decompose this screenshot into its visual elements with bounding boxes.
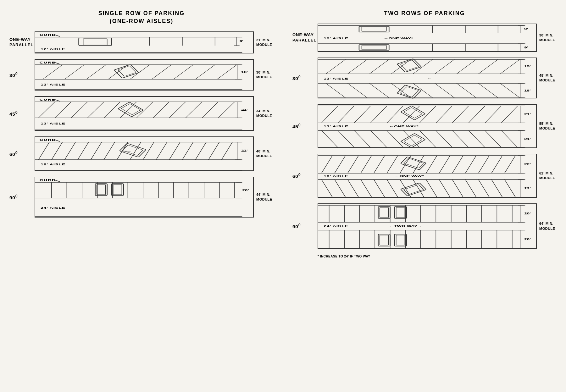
left-label-45: 450 xyxy=(9,110,31,117)
svg-line-230 xyxy=(439,156,450,173)
svg-line-40 xyxy=(38,102,55,118)
svg-line-179 xyxy=(321,106,338,123)
svg-line-76 xyxy=(195,142,206,160)
left-row-parallel: ONE-WAYPARALLEL CURB xyxy=(9,31,274,53)
left-diagram-wrapper-45: CURB xyxy=(35,96,274,131)
left-row-45: 450 CURB xyxy=(9,96,274,131)
svg-line-247 xyxy=(452,179,463,197)
svg-line-41 xyxy=(55,102,71,118)
svg-line-67 xyxy=(78,142,89,160)
right-row-60: 600 xyxy=(292,154,557,198)
right-label-30: 300 xyxy=(292,75,314,82)
svg-line-69 xyxy=(104,142,115,160)
left-row-30: 300 CURB xyxy=(9,59,274,91)
svg-text:22': 22' xyxy=(524,163,531,166)
svg-text:24' AISLE: 24' AISLE xyxy=(324,224,348,228)
svg-line-249 xyxy=(478,179,489,197)
svg-line-187 xyxy=(452,106,469,123)
svg-line-194 xyxy=(354,130,370,147)
svg-text:12' AISLE: 12' AISLE xyxy=(41,83,65,86)
right-row-45: 450 xyxy=(292,104,557,148)
right-diagram-30: 15' 18' 12' AISLE ← xyxy=(318,58,537,98)
svg-line-241 xyxy=(374,179,385,197)
svg-line-225 xyxy=(374,156,385,173)
svg-text:←: ← xyxy=(427,77,432,80)
svg-text:12' AISLE: 12' AISLE xyxy=(41,47,65,51)
svg-text:15': 15' xyxy=(524,65,531,68)
svg-text:13' AISLE: 13' AISLE xyxy=(41,122,65,125)
svg-text:20': 20' xyxy=(524,212,531,215)
svg-line-27 xyxy=(217,65,237,79)
right-diagram-parallel: 9' 9' 12' AISLE ←ONE WAY* xyxy=(318,24,537,52)
svg-line-151 xyxy=(500,59,520,74)
right-label-parallel: ONE-WAYPARALLEL xyxy=(292,32,314,43)
svg-line-50 xyxy=(202,102,218,118)
left-label-parallel: ONE-WAYPARALLEL xyxy=(9,37,31,48)
left-diagram-45: CURB xyxy=(35,96,254,131)
svg-line-199 xyxy=(436,130,452,147)
svg-text:20': 20' xyxy=(242,189,249,192)
svg-line-224 xyxy=(361,156,372,173)
svg-line-78 xyxy=(222,142,233,160)
left-module-30: 30' MIN.MODULE xyxy=(256,70,274,80)
left-module-90: 44' MIN.MODULE xyxy=(256,192,274,202)
svg-line-20 xyxy=(65,65,84,79)
svg-line-232 xyxy=(465,156,476,173)
svg-line-183 xyxy=(387,106,403,123)
left-module-60: 40' MIN.MODULE xyxy=(256,149,274,159)
svg-line-229 xyxy=(426,156,437,173)
right-module-30: 48' MIN.MODULE xyxy=(539,73,557,83)
right-module-parallel: 30' MIN.MODULE xyxy=(539,33,557,43)
svg-line-182 xyxy=(370,106,387,123)
right-diagram-90: 20' 20' 24' AISLE ←TWO WAY→ xyxy=(318,203,537,249)
svg-text:18': 18' xyxy=(524,89,531,92)
svg-line-49 xyxy=(186,102,202,118)
svg-line-242 xyxy=(387,179,398,197)
svg-text:21': 21' xyxy=(524,137,531,141)
svg-line-65 xyxy=(52,142,63,160)
svg-line-235 xyxy=(505,156,516,173)
svg-rect-264 xyxy=(403,158,424,168)
svg-rect-80 xyxy=(119,143,146,157)
svg-line-185 xyxy=(419,106,436,123)
svg-line-145 xyxy=(369,59,389,74)
footnote: * INCREASE TO 24' IF TWO WAY xyxy=(292,255,557,258)
svg-text:24' AISLE: 24' AISLE xyxy=(41,206,65,210)
svg-line-203 xyxy=(501,130,518,147)
svg-text:22': 22' xyxy=(241,149,248,152)
svg-line-74 xyxy=(169,142,180,160)
svg-line-251 xyxy=(505,179,516,197)
svg-line-155 xyxy=(369,83,389,98)
left-label-60: 600 xyxy=(9,150,31,157)
left-diagram-60: CURB xyxy=(35,136,254,171)
svg-line-233 xyxy=(478,156,489,173)
svg-line-198 xyxy=(419,130,436,147)
svg-rect-4 xyxy=(79,38,112,46)
svg-text:CURB: CURB xyxy=(40,138,56,142)
svg-text:18': 18' xyxy=(241,70,248,74)
svg-line-234 xyxy=(491,156,502,173)
svg-rect-312 xyxy=(380,235,389,245)
svg-text:CURB: CURB xyxy=(40,33,56,37)
svg-line-47 xyxy=(153,102,169,118)
svg-line-227 xyxy=(400,156,411,173)
svg-line-150 xyxy=(478,59,498,74)
svg-line-250 xyxy=(491,179,502,197)
svg-line-75 xyxy=(182,142,193,160)
left-label-90: 900 xyxy=(9,194,31,201)
svg-line-231 xyxy=(452,156,463,173)
left-row-90: 900 CURB xyxy=(9,177,274,218)
svg-line-43 xyxy=(87,102,104,118)
svg-line-181 xyxy=(354,106,370,123)
svg-text:21': 21' xyxy=(524,113,531,116)
svg-rect-137 xyxy=(359,26,389,32)
left-module-parallel: 21' MIN.MODULE xyxy=(256,38,274,47)
svg-line-223 xyxy=(348,156,359,173)
svg-line-240 xyxy=(361,179,372,197)
svg-line-239 xyxy=(348,179,359,197)
svg-text:13' AISLE: 13' AISLE xyxy=(324,125,348,128)
svg-line-73 xyxy=(156,142,167,160)
left-label-30: 300 xyxy=(9,71,31,79)
svg-line-144 xyxy=(348,59,367,74)
svg-line-243 xyxy=(400,179,411,197)
